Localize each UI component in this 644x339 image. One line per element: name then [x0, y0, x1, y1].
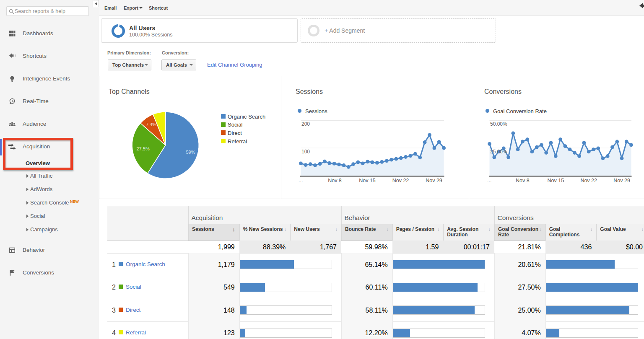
- svg-text:200: 200: [301, 121, 310, 127]
- svg-text:Nov 15: Nov 15: [359, 178, 376, 184]
- svg-text:...: ...: [299, 178, 303, 184]
- svg-text:Sessions: Sessions: [305, 108, 327, 114]
- svg-text:7.4%: 7.4%: [146, 122, 156, 127]
- svg-text:Nov 8: Nov 8: [328, 178, 342, 184]
- svg-text:59%: 59%: [186, 150, 195, 155]
- svg-text:Nov 15: Nov 15: [547, 178, 564, 184]
- svg-text:Goal Conversion Rate: Goal Conversion Rate: [493, 108, 547, 114]
- svg-text:Nov 29: Nov 29: [613, 178, 630, 184]
- svg-text:25.00%: 25.00%: [490, 149, 507, 155]
- svg-text:100: 100: [301, 149, 310, 155]
- svg-text:27.5%: 27.5%: [137, 146, 150, 151]
- svg-text:Nov 8: Nov 8: [516, 178, 530, 184]
- svg-text:50.00%: 50.00%: [490, 121, 507, 127]
- svg-text:Nov 29: Nov 29: [426, 178, 442, 184]
- svg-text:Nov 22: Nov 22: [392, 178, 409, 184]
- svg-text:Nov 22: Nov 22: [580, 178, 597, 184]
- svg-text:...: ...: [487, 178, 491, 184]
